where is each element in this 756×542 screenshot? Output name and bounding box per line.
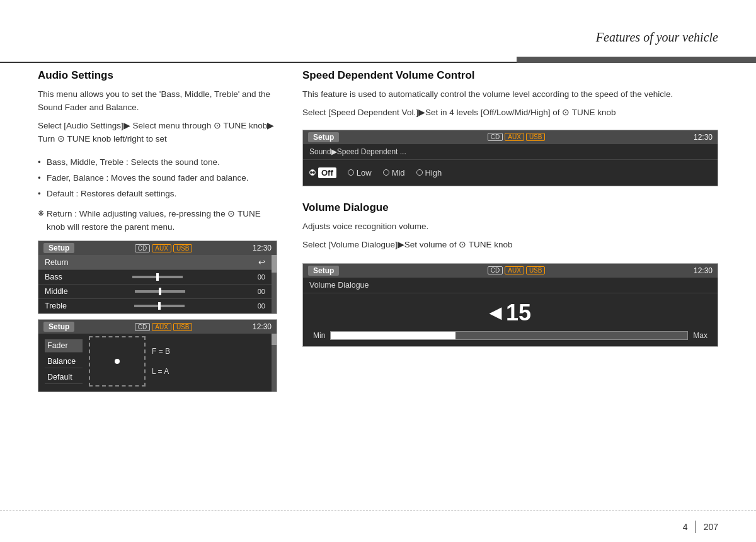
bass-slider — [132, 276, 183, 278]
radio-dot-high — [416, 169, 423, 176]
radio-label-off: Off — [318, 167, 336, 178]
fader-balance-grid — [89, 336, 146, 387]
footer: 4 207 — [0, 511, 756, 542]
screen-row-treble: Treble 00 — [38, 299, 272, 313]
main-content: Audio Settings This menu allows you to s… — [38, 69, 718, 511]
screen-main: Fader Balance Default F = B L = A — [38, 334, 272, 392]
screen-row-middle: Middle 00 — [38, 285, 272, 299]
badge-aux: AUX — [152, 323, 171, 331]
badge-usb: USB — [173, 323, 193, 331]
radio-dot-off — [309, 169, 316, 176]
bass-value: 00 — [253, 273, 265, 281]
sdv-title: Speed Dependent Volume Control — [302, 69, 718, 82]
fader-labels: Fader Balance Default — [45, 339, 83, 384]
speaker-icon: ◀ — [490, 304, 501, 322]
screen-time: 12:30 — [694, 266, 713, 275]
radio-label-low: Low — [357, 168, 372, 178]
page-num: 207 — [704, 522, 718, 532]
page-section: 4 — [683, 522, 688, 532]
screen-title: Setup — [43, 243, 74, 253]
badge-usb: USB — [526, 266, 546, 274]
slider-thumb — [159, 288, 161, 295]
bullet-item: Bass, Middle, Treble : Selects the sound… — [38, 156, 277, 169]
slider-track — [132, 276, 183, 278]
header: Features of your vehicle — [0, 0, 756, 63]
screen-fader-balance: Setup CD AUX USB 12:30 Fader Balance — [38, 319, 277, 392]
screen-badges: CD AUX USB — [135, 244, 193, 252]
fader-grid: Fader Balance Default F = B L = A — [38, 334, 272, 392]
screen-row-bass: Bass 00 — [38, 270, 272, 285]
badge-cd: CD — [488, 266, 503, 274]
fader-row: Fader Balance Default F = B L = A — [45, 336, 265, 387]
bullet-item: Default : Restores default settings. — [38, 188, 277, 201]
left-column: Audio Settings This menu allows you to s… — [38, 69, 277, 511]
sdv-para2: Select [Speed Dependent Vol.]▶Set in 4 l… — [302, 106, 718, 120]
screen-title: Setup — [43, 322, 74, 332]
option-low: Low — [348, 168, 372, 178]
vd-slider-row: Min Max — [303, 329, 718, 346]
screen-audio-eq: Setup CD AUX USB 12:30 Return ↩ Bass — [38, 240, 277, 314]
vd-para1: Adjusts voice recognition volume. — [302, 220, 718, 234]
slider-track — [135, 290, 185, 293]
slider-thumb — [156, 273, 159, 281]
audio-settings-bullets: Bass, Middle, Treble : Selects the sound… — [38, 156, 277, 203]
balance-label: Balance — [45, 355, 83, 368]
screen-time: 12:30 — [253, 322, 272, 331]
sdv-para1: This feature is used to automatically co… — [302, 88, 718, 101]
badge-usb: USB — [173, 244, 193, 252]
default-label: Default — [45, 371, 83, 384]
vd-number-area: ◀ 15 — [303, 293, 718, 329]
page-divider — [696, 521, 696, 533]
badge-cd: CD — [135, 323, 150, 331]
screen-header: Setup CD AUX USB 12:30 — [303, 264, 718, 278]
treble-value: 00 — [253, 302, 265, 310]
screen-content: Return ↩ Bass 00 Middle — [38, 255, 277, 313]
radio-dot-low — [348, 169, 354, 176]
middle-slider — [135, 290, 185, 293]
sdv-options: Off Low Mid High — [303, 160, 718, 186]
row-label: Middle — [45, 287, 68, 296]
badge-usb: USB — [526, 133, 546, 141]
fader-balance-dot — [115, 359, 120, 364]
option-mid: Mid — [383, 168, 405, 178]
screen-badges: CD AUX USB — [135, 323, 193, 331]
badge-aux: AUX — [152, 244, 171, 252]
audio-settings-para2: Select [Audio Settings]▶ Select menu thr… — [38, 120, 277, 146]
vd-screen-title: Volume Dialogue — [303, 278, 718, 293]
page-section-title: Features of your vehicle — [596, 30, 718, 45]
vd-min-label: Min — [313, 331, 325, 340]
radio-label-mid: Mid — [392, 168, 405, 178]
screen-header: Setup CD AUX USB 12:30 — [303, 130, 718, 144]
fader-label: Fader — [45, 339, 83, 353]
screen-sdv: Setup CD AUX USB 12:30 Sound▶Speed Depen… — [302, 130, 718, 186]
vd-title: Volume Dialogue — [302, 201, 718, 214]
audio-settings-note: Return : While adjusting values, re-pres… — [38, 208, 277, 234]
page-number: 4 207 — [683, 521, 718, 533]
sdv-breadcrumb: Sound▶Speed Dependent ... — [303, 144, 718, 160]
row-label: Bass — [45, 273, 62, 281]
row-label: Return — [45, 258, 69, 267]
badge-aux: AUX — [505, 133, 524, 141]
vd-max-label: Max — [693, 331, 707, 340]
radio-label-high: High — [425, 168, 442, 178]
fader-values: F = B L = A — [152, 347, 170, 376]
screen-time: 12:30 — [253, 244, 272, 252]
screen-badges: CD AUX USB — [488, 133, 546, 141]
scroll-bar — [272, 255, 277, 313]
vd-number: 15 — [506, 300, 531, 326]
screen-main: Return ↩ Bass 00 Middle — [38, 255, 272, 313]
vd-slider-track — [330, 331, 688, 340]
screen-header: Setup CD AUX USB 12:30 — [38, 241, 277, 255]
slider-track — [134, 305, 185, 307]
screen-volume-dialogue: Setup CD AUX USB 12:30 Volume Dialogue ◀… — [302, 263, 718, 347]
screen-header: Setup CD AUX USB 12:30 — [38, 320, 277, 334]
vd-slider-fill — [331, 332, 455, 339]
treble-slider — [134, 305, 185, 307]
header-accent — [517, 57, 756, 63]
screen-content: Fader Balance Default F = B L = A — [38, 334, 277, 392]
option-off: Off — [309, 167, 336, 178]
vd-para2: Select [Volume Dialogue]▶Set volume of ⊙… — [302, 239, 718, 252]
badge-cd: CD — [135, 244, 150, 252]
audio-settings-title: Audio Settings — [38, 69, 277, 82]
middle-value: 00 — [253, 288, 265, 295]
